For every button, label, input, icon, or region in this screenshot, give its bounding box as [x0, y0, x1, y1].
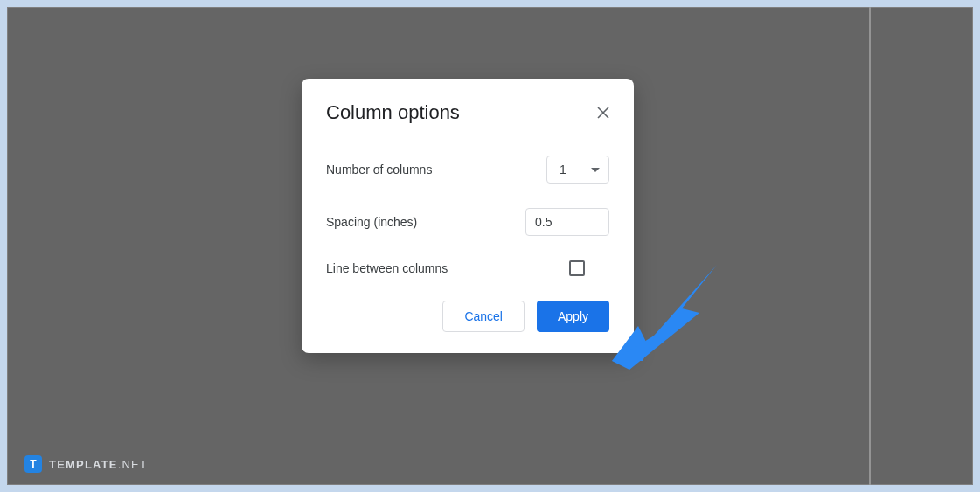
row-number-of-columns: Number of columns 1 — [326, 156, 609, 184]
column-options-dialog: Column options Number of columns 1 Spaci… — [302, 79, 634, 353]
watermark-light: .NET — [118, 458, 148, 471]
watermark: T TEMPLATE.NET — [24, 455, 148, 473]
dialog-title: Column options — [326, 101, 460, 124]
close-icon[interactable] — [597, 107, 609, 119]
dialog-footer: Cancel Apply — [326, 301, 609, 332]
scrollbar-edge — [869, 7, 871, 485]
dialog-header: Column options — [326, 101, 609, 124]
number-of-columns-value: 1 — [560, 163, 566, 177]
spacing-label: Spacing (inches) — [326, 215, 417, 229]
watermark-badge-icon: T — [24, 455, 42, 473]
number-of-columns-select[interactable]: 1 — [546, 156, 609, 184]
cancel-button[interactable]: Cancel — [442, 301, 525, 332]
line-between-label: Line between columns — [326, 261, 448, 275]
line-between-checkbox[interactable] — [569, 260, 585, 276]
spacing-input[interactable] — [525, 208, 609, 236]
chevron-down-icon — [591, 168, 600, 172]
row-spacing: Spacing (inches) — [326, 208, 609, 236]
watermark-text: TEMPLATE.NET — [49, 458, 148, 471]
apply-button[interactable]: Apply — [537, 301, 609, 332]
number-of-columns-label: Number of columns — [326, 163, 432, 177]
watermark-bold: TEMPLATE — [49, 458, 118, 471]
row-line-between: Line between columns — [326, 260, 609, 276]
